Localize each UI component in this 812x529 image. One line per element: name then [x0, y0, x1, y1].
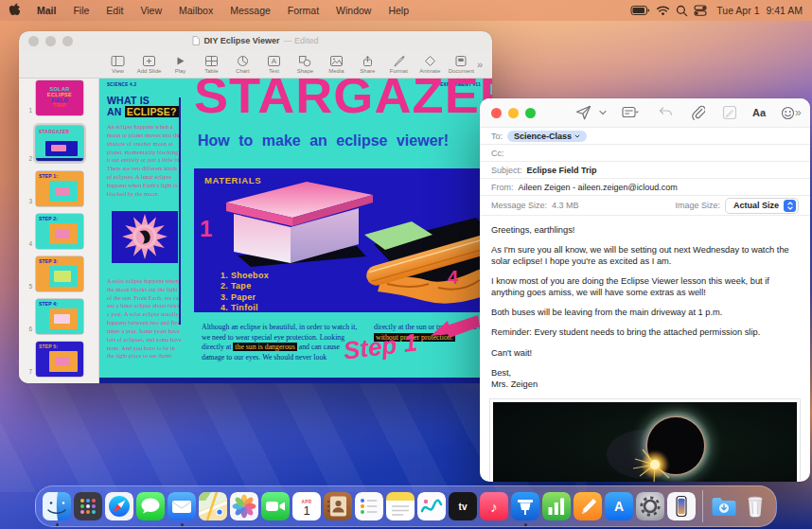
view-button[interactable]: View — [102, 55, 133, 74]
table-icon — [204, 55, 219, 67]
dock-tv[interactable]: tv — [449, 492, 477, 520]
search-icon[interactable] — [676, 5, 688, 17]
slide-thumb-row[interactable]: 3 STEP 1: — [19, 171, 98, 206]
slide-canvas[interactable]: SCIENCE 4.2 EXPERIMENT #11 WHAT ISAN ECL… — [99, 79, 492, 383]
slide-3-thumbnail[interactable]: STEP 1: — [36, 171, 83, 206]
to-field[interactable]: To: Science-Class — [480, 127, 810, 144]
close-button[interactable] — [491, 108, 502, 118]
slide-1-thumbnail[interactable]: SOLAR ECLIPSE FIELD TRIP — [36, 80, 83, 115]
body-signature: Best, Mrs. Zeigen — [491, 367, 799, 390]
sun-illustration[interactable] — [112, 211, 178, 263]
image-size-select[interactable]: Actual Size — [725, 198, 799, 214]
apple-menu[interactable] — [0, 3, 28, 18]
text-button[interactable]: AText — [258, 55, 290, 74]
chart-button[interactable]: Chart — [227, 55, 258, 74]
play-button[interactable]: Play — [165, 55, 196, 74]
menu-clock[interactable]: Tue Apr 19:41 AM — [713, 5, 803, 16]
slide-5-thumbnail[interactable]: STEP 3: — [36, 256, 83, 291]
message-body[interactable]: Greetings, earthlings! As I'm sure you a… — [480, 215, 810, 390]
wifi-icon[interactable] — [656, 5, 670, 16]
menu-message[interactable]: Message — [221, 5, 279, 16]
solar-eclipse-paragraph-block[interactable]: A solar eclipse happens when the moon bl… — [107, 272, 183, 361]
dock-system-settings[interactable] — [636, 492, 664, 520]
format-button[interactable]: Aa — [752, 107, 766, 118]
dock-reminders[interactable] — [355, 492, 383, 520]
dock-calendar[interactable]: APR1 — [292, 492, 321, 520]
menu-window[interactable]: Window — [327, 5, 380, 16]
dock-separator — [702, 490, 703, 522]
dock-downloads-folder[interactable] — [710, 492, 738, 520]
slide-thumb-row[interactable]: 1 SOLAR ECLIPSE FIELD TRIP — [19, 80, 98, 115]
materials-panel[interactable]: MATERIALS 1 1. Shoebox — [194, 168, 492, 312]
dock-pages[interactable] — [574, 492, 602, 520]
control-center-icon[interactable] — [694, 5, 707, 16]
dock-freeform[interactable] — [417, 492, 446, 520]
minimize-button[interactable] — [508, 108, 519, 118]
recipient-token[interactable]: Science-Class — [507, 131, 587, 142]
slide-thumb-row[interactable]: 7 STEP 5: — [19, 342, 98, 377]
toolbar-overflow-button[interactable]: » — [477, 59, 492, 70]
menu-mail[interactable]: Mail — [28, 5, 64, 16]
cc-field[interactable]: Cc: — [480, 144, 810, 161]
dock-iphone-mirroring[interactable] — [667, 492, 696, 520]
document-button[interactable]: Document — [446, 55, 477, 74]
menu-help[interactable]: Help — [380, 5, 417, 16]
add-slide-button[interactable]: Add Slide — [133, 55, 165, 74]
slide-4-thumbnail[interactable]: STEP 2: — [36, 214, 83, 249]
slide-title[interactable]: STARGAZER — [194, 79, 492, 124]
dock-messages[interactable] — [136, 492, 165, 520]
menu-view[interactable]: View — [132, 5, 170, 16]
dock-mail[interactable] — [168, 492, 196, 520]
emoji-button[interactable] — [781, 106, 795, 120]
menu-format[interactable]: Format — [279, 5, 327, 16]
dock-trash[interactable] — [741, 492, 769, 520]
shape-button[interactable]: Shape — [290, 55, 321, 74]
dock-photos[interactable] — [230, 492, 258, 520]
dock-keynote[interactable] — [511, 492, 539, 520]
battery-icon[interactable] — [630, 5, 650, 16]
menu-edit[interactable]: Edit — [97, 5, 132, 16]
subject-field[interactable]: Subject: Eclipse Field Trip — [480, 161, 810, 178]
dock-safari[interactable] — [105, 492, 133, 520]
format-button[interactable]: Format — [383, 55, 415, 74]
eclipse-photo-attachment[interactable] — [489, 398, 801, 482]
send-button[interactable] — [575, 105, 591, 120]
dock-numbers[interactable] — [542, 492, 571, 520]
slide-2-thumbnail-selected[interactable]: STARGAZER — [36, 126, 83, 161]
dock-app-store[interactable]: A — [605, 492, 633, 520]
attach-button[interactable] — [690, 105, 705, 120]
slide-subtitle[interactable]: How to make an eclipse viewer! — [198, 132, 449, 150]
dock-music[interactable]: ♪ — [480, 492, 508, 520]
slide-7-thumbnail[interactable]: STEP 5: — [36, 342, 83, 377]
caution-text-col1[interactable]: Although an eclipse is beautiful, in ord… — [202, 323, 364, 362]
dock-finder[interactable] — [43, 492, 71, 520]
header-fields-button[interactable] — [622, 106, 639, 119]
zoom-button[interactable] — [62, 36, 73, 46]
toolbar-overflow-button[interactable]: » — [795, 106, 802, 119]
slide-thumb-row[interactable]: 2 STARGAZER — [19, 123, 98, 164]
from-field[interactable]: From: Aileen Zeigen - aileen.zeigen@iclo… — [480, 178, 810, 195]
table-button[interactable]: Table — [196, 55, 227, 74]
minimize-button[interactable] — [45, 36, 56, 46]
close-button[interactable] — [28, 36, 39, 46]
dock-launchpad[interactable] — [74, 492, 102, 520]
dock-facetime[interactable] — [261, 492, 290, 520]
dock-notes[interactable] — [386, 492, 415, 520]
zoom-button[interactable] — [525, 108, 536, 118]
share-button[interactable]: Share — [352, 55, 383, 74]
send-options-chevron-icon[interactable] — [599, 110, 607, 115]
slide-thumb-row[interactable]: 4 STEP 2: — [19, 214, 98, 249]
menu-file[interactable]: File — [64, 5, 97, 16]
slide-thumb-row[interactable]: 5 STEP 3: — [19, 256, 98, 291]
menu-mailbox[interactable]: Mailbox — [170, 5, 221, 16]
slide-thumb-row[interactable]: 6 STEP 4: — [19, 299, 98, 334]
media-button[interactable]: Media — [321, 55, 352, 74]
keynote-toolbar: View Add Slide Play Table Chart AText Sh… — [19, 50, 492, 79]
what-is-eclipse-block[interactable]: WHAT ISAN ECLIPSE? An eclipse happens wh… — [107, 96, 183, 199]
slide-6-thumbnail[interactable]: STEP 4: — [36, 299, 83, 334]
dock-maps[interactable] — [199, 492, 227, 520]
animate-button[interactable]: Animate — [415, 55, 446, 74]
markup-button[interactable] — [722, 105, 737, 120]
undo-icon[interactable] — [658, 106, 673, 119]
dock-contacts[interactable] — [324, 492, 352, 520]
